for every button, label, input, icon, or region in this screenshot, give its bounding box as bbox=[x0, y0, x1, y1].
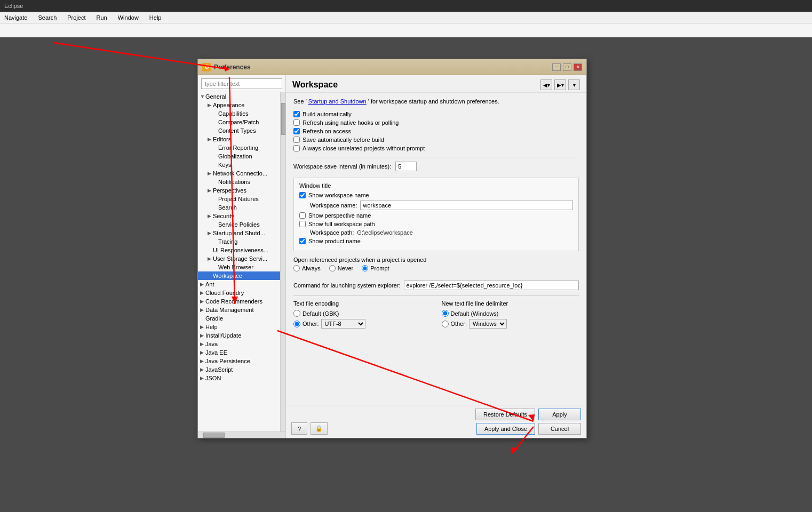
right-panel-title: Workspace bbox=[292, 80, 338, 90]
show-perspective-checkbox[interactable] bbox=[299, 212, 306, 219]
tree-hscrollbar[interactable] bbox=[198, 431, 285, 438]
tree-item-content-types[interactable]: Content Types bbox=[198, 126, 280, 135]
delimiter-default-radio[interactable] bbox=[442, 310, 449, 317]
tree-item-network[interactable]: ▶ Network Connectio... bbox=[198, 169, 280, 178]
encoding-default-radio[interactable] bbox=[293, 310, 300, 317]
tree-item-java-ee[interactable]: ▶ Java EE bbox=[198, 348, 280, 357]
cancel-button[interactable]: Cancel bbox=[538, 423, 581, 435]
radio-always-input[interactable] bbox=[293, 265, 300, 271]
menu-navigate[interactable]: Navigate bbox=[2, 13, 29, 22]
tree-label-search: Search bbox=[218, 204, 237, 211]
close-unrelated-checkbox[interactable] bbox=[293, 145, 300, 151]
tree-item-workspace[interactable]: Workspace bbox=[198, 271, 280, 280]
description-line: See ' Startup and Shutdown ' for workspa… bbox=[293, 98, 579, 105]
lock-icon-button[interactable]: 🔒 bbox=[311, 422, 328, 435]
encoding-default-label: Default (GBK) bbox=[302, 310, 339, 317]
tree-item-gradle[interactable]: Gradle bbox=[198, 314, 280, 323]
tree-item-error-reporting[interactable]: Error Reporting bbox=[198, 143, 280, 152]
save-interval-input[interactable] bbox=[395, 162, 417, 171]
tree-item-javascript[interactable]: ▶ JavaScript bbox=[198, 365, 280, 374]
bottom-right-buttons: Apply and Close Cancel bbox=[476, 423, 581, 435]
delimiter-other-radio[interactable] bbox=[442, 321, 449, 327]
filter-input[interactable] bbox=[201, 78, 282, 89]
workspace-name-input[interactable] bbox=[360, 201, 573, 210]
menu-window[interactable]: Window bbox=[116, 13, 141, 22]
save-automatically-checkbox[interactable] bbox=[293, 137, 300, 143]
expand-arrow-ant: ▶ bbox=[200, 282, 205, 287]
help-icon-button[interactable]: ? bbox=[291, 422, 307, 435]
nav-forward-button[interactable]: ▶▾ bbox=[554, 79, 566, 90]
tree-item-java[interactable]: ▶ Java bbox=[198, 340, 280, 348]
tree-label-help: Help bbox=[205, 324, 218, 330]
tree-item-help[interactable]: ▶ Help bbox=[198, 323, 280, 331]
command-input[interactable] bbox=[404, 281, 579, 290]
radio-never-input[interactable] bbox=[329, 265, 336, 271]
tree-item-cloud-foundry[interactable]: ▶ Cloud Foundry bbox=[198, 289, 280, 297]
tree-item-keys[interactable]: Keys bbox=[198, 161, 280, 169]
tree-item-ant[interactable]: ▶ Ant bbox=[198, 280, 280, 289]
refresh-access-checkbox[interactable] bbox=[293, 128, 300, 134]
startup-shutdown-link[interactable]: Startup and Shutdown bbox=[308, 98, 367, 105]
nav-back-button[interactable]: ◀▾ bbox=[540, 79, 552, 90]
tree-item-general[interactable]: ▼ General bbox=[198, 92, 280, 101]
delimiter-other-select[interactable]: Windows Unix Mac bbox=[469, 319, 507, 329]
tree-item-globalization[interactable]: Globalization bbox=[198, 152, 280, 161]
tree-item-appearance[interactable]: ▶ Appearance bbox=[198, 101, 280, 109]
tree-item-search[interactable]: Search bbox=[198, 203, 280, 212]
tree-item-web-browser[interactable]: Web Browser bbox=[198, 263, 280, 271]
tree-scrollbar[interactable] bbox=[280, 92, 285, 431]
restore-defaults-button[interactable]: Restore Defaults bbox=[475, 409, 535, 420]
tree-item-install-update[interactable]: ▶ Install/Update bbox=[198, 331, 280, 340]
line-delimiter-group: New text file line delimiter Default (Wi… bbox=[442, 300, 579, 331]
tree-item-notifications[interactable]: Notifications bbox=[198, 178, 280, 186]
encoding-other-select[interactable]: UTF-8 GBK ISO-8859-1 bbox=[321, 319, 365, 329]
tree-item-capabilities[interactable]: Capabilities bbox=[198, 109, 280, 118]
tree-item-startup[interactable]: ▶ Startup and Shutd... bbox=[198, 229, 280, 237]
bottom-left-icons: ? 🔒 bbox=[291, 422, 328, 435]
tree-label-security: Security bbox=[213, 213, 234, 219]
tree-item-user-storage[interactable]: ▶ User Storage Servi... bbox=[198, 254, 280, 263]
radio-prompt-input[interactable] bbox=[362, 265, 368, 271]
tree-label-content-types: Content Types bbox=[218, 127, 256, 134]
nav-menu-button[interactable]: ▾ bbox=[568, 79, 580, 90]
save-automatically-label: Save automatically before build bbox=[302, 137, 384, 143]
minimize-button[interactable]: ─ bbox=[552, 63, 561, 71]
expand-arrow-install: ▶ bbox=[200, 333, 205, 338]
menu-run[interactable]: Run bbox=[94, 13, 109, 22]
refresh-native-checkbox[interactable] bbox=[293, 119, 300, 126]
tree-hscrollbar-thumb bbox=[203, 433, 225, 438]
line-delimiter-title: New text file line delimiter bbox=[442, 300, 579, 307]
tree-label-user-storage: User Storage Servi... bbox=[213, 255, 267, 262]
tree-label-project-natures: Project Natures bbox=[218, 196, 259, 202]
tree-label-java: Java bbox=[205, 341, 218, 347]
close-button[interactable]: ✕ bbox=[574, 63, 582, 71]
build-automatically-checkbox[interactable] bbox=[293, 111, 300, 117]
tree-item-perspectives[interactable]: ▶ Perspectives bbox=[198, 186, 280, 195]
menu-search[interactable]: Search bbox=[36, 13, 59, 22]
tree-item-security[interactable]: ▶ Security bbox=[198, 212, 280, 220]
encoding-other-radio[interactable] bbox=[293, 321, 300, 327]
encoding-other-option: Other: UTF-8 GBK ISO-8859-1 bbox=[293, 319, 431, 329]
expand-arrow-network: ▶ bbox=[208, 171, 213, 176]
tree-item-editors[interactable]: ▶ Editors bbox=[198, 135, 280, 143]
show-full-path-checkbox[interactable] bbox=[299, 221, 306, 227]
tree-item-tracing[interactable]: Tracing bbox=[198, 237, 280, 246]
tree-item-ui-responsiveness[interactable]: UI Responsiveness... bbox=[198, 246, 280, 254]
tree-item-java-persistence[interactable]: ▶ Java Persistence bbox=[198, 357, 280, 365]
tree-item-code-recommenders[interactable]: ▶ Code Recommenders bbox=[198, 297, 280, 306]
tree-item-service-policies[interactable]: Service Policies bbox=[198, 220, 280, 229]
maximize-button[interactable]: □ bbox=[563, 63, 571, 71]
open-projects-radio-group: Always Never Prompt bbox=[293, 265, 579, 271]
menu-help[interactable]: Help bbox=[147, 13, 164, 22]
tree-item-data-management[interactable]: ▶ Data Management bbox=[198, 306, 280, 314]
show-product-checkbox[interactable] bbox=[299, 238, 306, 244]
tree-item-json[interactable]: ▶ JSON bbox=[198, 374, 280, 382]
apply-button[interactable]: Apply bbox=[538, 409, 581, 420]
tree-item-compare-patch[interactable]: Compare/Patch bbox=[198, 118, 280, 126]
apply-and-close-button[interactable]: Apply and Close bbox=[476, 423, 535, 435]
expand-arrow-security: ▶ bbox=[208, 213, 213, 219]
show-product-label: Show product name bbox=[308, 238, 361, 244]
tree-item-project-natures[interactable]: Project Natures bbox=[198, 195, 280, 203]
menu-project[interactable]: Project bbox=[65, 13, 87, 22]
show-workspace-name-checkbox[interactable] bbox=[299, 192, 306, 198]
